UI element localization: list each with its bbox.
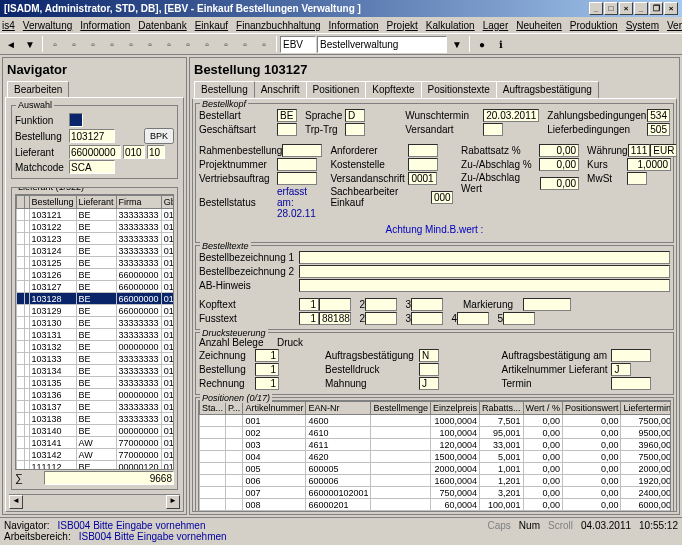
bestellung-input[interactable] <box>69 129 115 143</box>
termin-field[interactable] <box>611 377 651 390</box>
zuabw-field[interactable]: 0,00 <box>540 177 579 190</box>
menu-is4[interactable]: is4 <box>2 20 15 31</box>
rabatt-field[interactable]: 0,00 <box>539 144 579 157</box>
menu-lager[interactable]: Lager <box>483 20 509 31</box>
col-header[interactable]: Positionswert <box>562 402 621 415</box>
tab-bestellung[interactable]: Bestellung <box>194 81 255 98</box>
tab-positionen[interactable]: Positionen <box>306 81 367 98</box>
col-header[interactable]: Artikelnummer <box>243 402 306 415</box>
lieferant-input[interactable] <box>69 145 121 159</box>
trp-field[interactable] <box>345 123 365 136</box>
close-button[interactable]: × <box>619 2 633 15</box>
kurs-field[interactable]: 1,0000 <box>627 158 671 171</box>
lieferant-firma-input[interactable] <box>123 145 145 159</box>
tb-info-icon[interactable]: ℹ <box>492 35 510 53</box>
tb-dropdown-icon[interactable]: ▼ <box>21 35 39 53</box>
table-row[interactable]: 0056000052000,00041,0010,000,002000,0020… <box>200 463 672 475</box>
tb-preview-icon[interactable]: ▫ <box>122 35 140 53</box>
bezeichnung2-field[interactable] <box>299 265 670 278</box>
table-row[interactable]: 103121BE3333333301010 <box>17 209 175 221</box>
mahnung-field[interactable]: J <box>419 377 439 390</box>
vertrieb-field[interactable] <box>277 172 317 185</box>
kosten-field[interactable] <box>408 158 438 171</box>
nav-hscrollbar[interactable]: ◄► <box>9 494 180 508</box>
menu-verwaltung[interactable]: Verwaltung <box>23 20 72 31</box>
kopftext1-field[interactable]: 1 <box>299 298 319 311</box>
menu-system[interactable]: System <box>626 20 659 31</box>
minimize-child-button[interactable]: _ <box>634 2 648 15</box>
tb-undo-icon[interactable]: ▫ <box>198 35 216 53</box>
geschaeftsart-field[interactable] <box>277 123 297 136</box>
aufbam-field[interactable] <box>611 349 651 362</box>
tab-positionstexte[interactable]: Positionstexte <box>421 81 497 98</box>
tb-print-icon[interactable]: ▫ <box>103 35 121 53</box>
table-row[interactable]: 0066000061600,00041,2010,000,001920,0020… <box>200 475 672 487</box>
bestellung-druck-field[interactable]: 1 <box>255 363 279 376</box>
tb-paste-icon[interactable]: ▫ <box>179 35 197 53</box>
close-child-button[interactable]: × <box>664 2 678 15</box>
table-row[interactable]: 103127BE6600000001010693 <box>17 281 175 293</box>
projekt-field[interactable] <box>277 158 317 171</box>
menu-neuheiten[interactable]: Neuheiten <box>516 20 562 31</box>
tb-open-icon[interactable]: ▫ <box>65 35 83 53</box>
table-row[interactable]: 009660002022400,00040,2510,000,00600,002… <box>200 511 672 513</box>
zeichnung-field[interactable]: 1 <box>255 349 279 362</box>
lieferant-grid[interactable]: BestellungLieferantFirmaGbBestell103121B… <box>15 194 174 470</box>
liefer-field[interactable]: 505 <box>647 123 670 136</box>
function-combo[interactable] <box>317 36 447 53</box>
minimize-button[interactable]: _ <box>589 2 603 15</box>
matchcode-input[interactable] <box>69 160 115 174</box>
table-row[interactable]: 0024610100,000495,0010,000,009500,0020.0… <box>200 427 672 439</box>
wunschtermin-field[interactable]: 20.03.2011 <box>483 109 539 122</box>
table-row[interactable]: 103130BE3333333301010687 <box>17 317 175 329</box>
table-row[interactable]: 103129BE6600000001010687 <box>17 305 175 317</box>
tb-save-icon[interactable]: ▫ <box>84 35 102 53</box>
zuab-field[interactable]: 0,00 <box>539 158 579 171</box>
combo-dropdown-icon[interactable]: ▼ <box>448 35 466 53</box>
tb-copy-icon[interactable]: ▫ <box>160 35 178 53</box>
rechnung-field[interactable]: 1 <box>255 377 279 390</box>
abhinweis-field[interactable] <box>299 279 670 292</box>
table-row[interactable]: 103141AW7700000001010249 <box>17 437 175 449</box>
menu-datenbank[interactable]: Datenbank <box>138 20 186 31</box>
bpk-button[interactable]: BPK <box>144 128 174 144</box>
anforderer-field[interactable] <box>408 144 438 157</box>
col-header[interactable]: Gb <box>161 196 174 209</box>
menu-projekt[interactable]: Projekt <box>387 20 418 31</box>
table-row[interactable]: 00446201500,00045,0010,000,007500,0020.0… <box>200 451 672 463</box>
aufb-field[interactable]: N <box>419 349 439 362</box>
table-row[interactable]: 103135BE3333333301010701 <box>17 377 175 389</box>
sprache-field[interactable]: D <box>345 109 365 122</box>
versandart-field[interactable] <box>483 123 503 136</box>
table-row[interactable]: 103132BE0000000001010695 <box>17 341 175 353</box>
col-header[interactable]: Lieferant <box>76 196 116 209</box>
table-row[interactable]: 103122BE3333333301010 <box>17 221 175 233</box>
restore-child-button[interactable]: ❐ <box>649 2 663 15</box>
markierung-field[interactable] <box>523 298 571 311</box>
table-row[interactable]: 103142AW7700000001010 <box>17 449 175 461</box>
table-row[interactable]: 103136BE0000000001010575 <box>17 389 175 401</box>
col-header[interactable]: Bestellmenge <box>371 402 431 415</box>
mwst-field[interactable] <box>627 172 647 185</box>
positionen-grid[interactable]: Sta...P...ArtikelnummerEAN-NrBestellmeng… <box>198 400 671 512</box>
tab-kopftexte[interactable]: Kopftexte <box>365 81 421 98</box>
table-row[interactable]: .111112BE0000012001010225 <box>17 461 175 471</box>
artl-field[interactable]: J <box>611 363 631 376</box>
tab-bearbeiten[interactable]: Bearbeiten <box>7 81 69 97</box>
sach-field[interactable]: 000 <box>431 191 453 204</box>
zahlung-field[interactable]: 534 <box>647 109 670 122</box>
tb-go-icon[interactable]: ● <box>473 35 491 53</box>
table-row[interactable]: 103124BE3333333301010701 <box>17 245 175 257</box>
tab-auftragsbestätigung[interactable]: Auftragsbestätigung <box>496 81 599 98</box>
table-row[interactable]: 103133BE33333333010101132 <box>17 353 175 365</box>
bestelldruck-field[interactable] <box>419 363 439 376</box>
tb-cut-icon[interactable]: ▫ <box>141 35 159 53</box>
menu-einkauf[interactable]: Einkauf <box>195 20 228 31</box>
table-row[interactable]: 00146001000,00047,5010,000,007500,0020.0… <box>200 415 672 427</box>
tb-redo-icon[interactable]: ▫ <box>217 35 235 53</box>
table-row[interactable]: 103140BE0000000001010 <box>17 425 175 437</box>
col-header[interactable]: Bestellung <box>29 196 76 209</box>
menu-information[interactable]: Information <box>329 20 379 31</box>
table-row[interactable]: 0086600020160,0004100,0010,000,006000,00… <box>200 499 672 511</box>
col-header[interactable]: Wert / % <box>523 402 562 415</box>
